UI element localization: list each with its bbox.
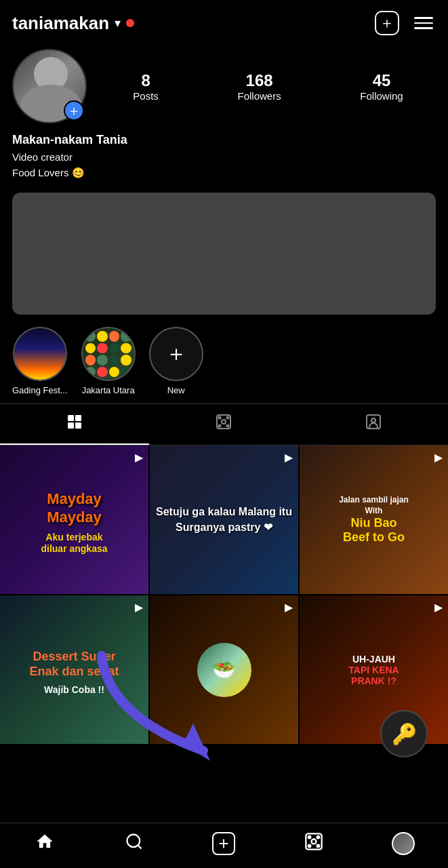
post-4-title: Dessert SuperEnak dan sehat xyxy=(24,644,124,684)
plus-icon: ＋ xyxy=(380,13,394,33)
post-item-2[interactable]: ▶ Setuju ga kalau Malang itu Surganya pa… xyxy=(150,446,298,594)
svg-point-5 xyxy=(222,420,226,424)
posts-stat[interactable]: 8 Posts xyxy=(133,71,159,102)
posts-count: 8 xyxy=(141,71,150,90)
story-label-jakarta: Jakarta Utara xyxy=(82,385,135,395)
svg-point-13 xyxy=(127,834,140,847)
profile-top: ＋ 8 Posts 168 Followers 45 Following xyxy=(12,49,436,123)
nav-add[interactable] xyxy=(207,830,241,857)
nav-profile[interactable] xyxy=(386,830,420,857)
svg-rect-2 xyxy=(68,422,74,429)
plus-icon: ＋ xyxy=(67,102,81,120)
svg-point-6 xyxy=(219,417,221,419)
story-circle-new: ＋ xyxy=(149,327,203,381)
svg-point-7 xyxy=(227,417,229,419)
chevron-down-icon[interactable]: ▾ xyxy=(115,16,121,31)
story-circle-gading xyxy=(13,327,67,381)
story-item-gading[interactable]: Gading Fest... xyxy=(12,327,68,395)
bio-line2: Food Lovers 😊 xyxy=(12,167,85,178)
tab-grid[interactable] xyxy=(0,404,149,445)
post-2-overlay: Setuju ga kalau Malang itu Surganya past… xyxy=(150,446,298,594)
profile-bio: Video creator Food Lovers 😊 xyxy=(12,150,436,180)
profile-avatar-nav xyxy=(392,832,415,855)
svg-point-18 xyxy=(308,844,310,847)
svg-point-9 xyxy=(227,425,229,427)
key-button[interactable]: 🔑 xyxy=(380,710,428,757)
svg-point-15 xyxy=(311,839,316,844)
tab-tagged[interactable] xyxy=(299,404,448,445)
content-tabs xyxy=(0,403,448,446)
svg-point-8 xyxy=(219,425,221,427)
story-item-jakarta[interactable]: Jakarta Utara xyxy=(81,327,136,395)
add-post-icon xyxy=(212,832,235,855)
reels-nav-icon xyxy=(304,832,323,856)
new-story-plus-icon: ＋ xyxy=(165,339,187,369)
post-6-overlay: UH-JAUH TAPI KENAPRANK !? xyxy=(300,595,448,744)
svg-point-19 xyxy=(317,844,319,847)
story-label-gading: Gading Fest... xyxy=(12,385,68,395)
search-icon xyxy=(125,832,144,856)
avatar-wrap[interactable]: ＋ xyxy=(12,49,87,123)
svg-point-16 xyxy=(308,835,310,838)
svg-rect-0 xyxy=(68,415,74,421)
post-item-1[interactable]: ▶ MaydayMayday Aku terjebakdiluar angkas… xyxy=(0,446,148,594)
post-1-subtitle: Aku terjebakdiluar angkasa xyxy=(41,532,107,555)
bowl-art: 🥗 xyxy=(197,643,251,697)
post-item-6[interactable]: ▶ UH-JAUH TAPI KENAPRANK !? xyxy=(300,595,448,744)
svg-point-11 xyxy=(371,418,375,422)
add-story-button[interactable]: ＋ xyxy=(64,100,84,121)
food-art xyxy=(83,328,134,380)
reels-icon xyxy=(216,414,232,434)
key-icon: 🔑 xyxy=(392,722,417,746)
post-5-overlay: 🥗 xyxy=(150,595,298,744)
posts-grid: ▶ MaydayMayday Aku terjebakdiluar angkas… xyxy=(0,446,448,744)
header-icons: ＋ xyxy=(375,11,436,35)
story-item-new[interactable]: ＋ New xyxy=(149,327,203,395)
followers-stat[interactable]: 168 Followers xyxy=(237,71,281,102)
bottom-nav xyxy=(0,823,448,868)
svg-point-17 xyxy=(317,835,319,838)
following-label: Following xyxy=(360,90,403,102)
bio-line1: Video creator xyxy=(12,151,73,163)
jakarta-art xyxy=(83,328,134,380)
following-count: 45 xyxy=(373,71,391,90)
post-2-text: Setuju ga kalau Malang itu Surganya past… xyxy=(150,499,298,540)
post-item-3[interactable]: ▶ Jalan sambil jajanWith Niu BaoBeef to … xyxy=(300,446,448,594)
live-indicator-dot xyxy=(126,19,134,27)
post-4-subtitle: Wajib Coba !! xyxy=(24,684,124,695)
new-post-button[interactable]: ＋ xyxy=(375,11,399,35)
followers-count: 168 xyxy=(246,71,273,90)
profile-banner xyxy=(12,193,436,315)
story-circle-jakarta xyxy=(81,327,136,381)
post-1-overlay: MaydayMayday Aku terjebakdiluar angkasa xyxy=(0,446,148,594)
stats-area: 8 Posts 168 Followers 45 Following xyxy=(100,71,436,102)
posts-label: Posts xyxy=(133,90,159,102)
tab-reels[interactable] xyxy=(149,404,298,445)
svg-rect-3 xyxy=(75,422,81,429)
post-3-text-yellow: Niu BaoBeef to Go xyxy=(339,516,409,545)
svg-rect-1 xyxy=(75,415,81,421)
username-area[interactable]: taniamakan ▾ xyxy=(12,13,134,34)
post-item-5[interactable]: ▶ 🥗 xyxy=(150,595,298,744)
nav-search[interactable] xyxy=(117,830,151,857)
home-icon xyxy=(35,832,54,856)
menu-button[interactable] xyxy=(411,11,436,35)
followers-label: Followers xyxy=(237,90,281,102)
username-text: taniamakan xyxy=(12,13,109,34)
following-stat[interactable]: 45 Following xyxy=(360,71,403,102)
gading-art xyxy=(14,328,66,380)
profile-section: ＋ 8 Posts 168 Followers 45 Following Mak… xyxy=(0,42,448,180)
post-4-overlay: Dessert SuperEnak dan sehat Wajib Coba !… xyxy=(0,595,148,744)
hamburger-icon xyxy=(414,17,433,29)
post-1-title: MaydayMayday xyxy=(41,485,107,532)
post-6-text-white: UH-JAUH xyxy=(348,654,399,665)
story-label-new: New xyxy=(167,385,185,395)
post-3-text-white: Jalan sambil jajanWith xyxy=(339,495,409,516)
tagged-icon xyxy=(365,414,382,434)
top-header: taniamakan ▾ ＋ xyxy=(0,0,448,42)
post-item-4[interactable]: ▶ Dessert SuperEnak dan sehat Wajib Coba… xyxy=(0,595,148,744)
post-3-overlay: Jalan sambil jajanWith Niu BaoBeef to Go xyxy=(300,446,448,594)
nav-home[interactable] xyxy=(28,830,62,857)
nav-reels[interactable] xyxy=(297,830,331,857)
grid-icon xyxy=(66,414,83,434)
